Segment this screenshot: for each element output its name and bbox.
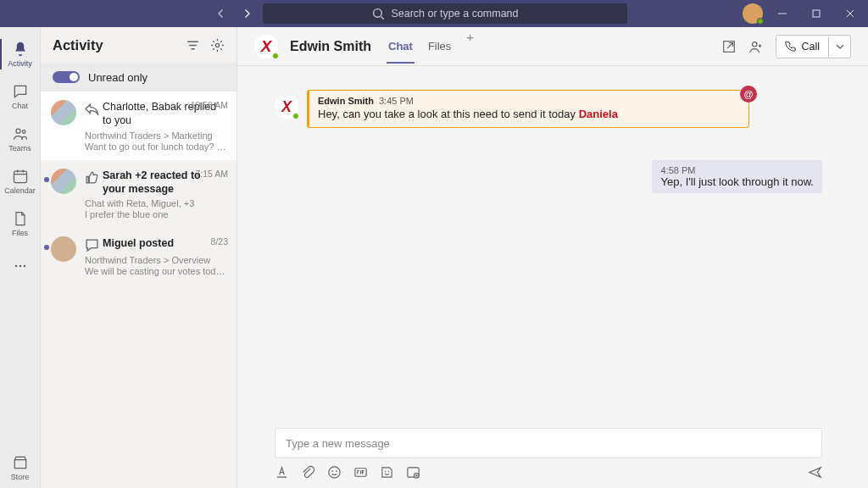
send-button[interactable] <box>808 465 822 480</box>
presence-dot <box>272 53 279 59</box>
filter-icon[interactable] <box>186 38 200 53</box>
svg-point-6 <box>19 265 21 268</box>
activity-panel: Activity Unread only Charlotte, Babak re… <box>41 27 237 488</box>
unread-toggle[interactable] <box>53 71 80 83</box>
compose-input[interactable]: Type a new message <box>275 428 822 458</box>
format-icon[interactable] <box>275 465 289 480</box>
gif-icon[interactable] <box>353 465 368 480</box>
call-label: Call <box>801 41 820 53</box>
chat-header: X Edwin Smith Chat Files + Call <box>237 27 868 66</box>
post-icon <box>85 238 99 252</box>
rail-more[interactable] <box>0 246 41 286</box>
current-user-avatar[interactable] <box>743 3 763 24</box>
panel-title: Activity <box>53 37 103 53</box>
app-rail: Activity Chat Teams Calendar Files Store <box>0 27 41 488</box>
popout-icon[interactable] <box>721 39 737 54</box>
svg-point-2 <box>16 129 20 133</box>
bell-icon <box>12 41 29 58</box>
rail-label: Chat <box>12 102 28 110</box>
message-time: 4:58 PM <box>660 165 814 175</box>
message-avatar: X <box>275 95 298 119</box>
rail-activity[interactable]: Activity <box>0 34 41 75</box>
tab-files[interactable]: Files <box>428 30 451 63</box>
contact-initial: X <box>261 37 272 56</box>
activity-item[interactable]: Charlotte, Babak replied to you Northwin… <box>41 92 236 160</box>
svg-rect-4 <box>14 171 26 182</box>
activity-item[interactable]: Sarah +2 reacted to your message Chat wi… <box>41 160 236 229</box>
outgoing-message[interactable]: 4:58 PM Yep, I'll just look through it n… <box>652 160 822 193</box>
svg-point-14 <box>336 470 337 472</box>
activity-time: 7:15 AM <box>195 169 228 179</box>
more-apps-icon[interactable] <box>406 465 420 480</box>
chat-main: X Edwin Smith Chat Files + Call <box>237 27 868 488</box>
activity-avatar <box>51 169 76 194</box>
message-list: X @ Edwin Smith3:45 PM Hey, can you take… <box>237 66 868 428</box>
svg-point-3 <box>22 130 25 134</box>
presence-dot <box>757 18 764 25</box>
unread-toggle-label: Unread only <box>88 71 147 84</box>
sticker-icon[interactable] <box>380 465 394 480</box>
message-text: Yep, I'll just look through it now. <box>660 175 814 188</box>
svg-point-12 <box>329 467 340 478</box>
presence-dot <box>292 113 299 119</box>
rail-label: Activity <box>8 59 32 68</box>
teams-icon <box>12 125 29 142</box>
nav-back-button[interactable] <box>212 4 231 23</box>
file-icon <box>12 210 29 227</box>
message-bubble: @ Edwin Smith3:45 PM Hey, can you take a… <box>307 90 749 128</box>
rail-chat[interactable]: Chat <box>0 76 41 117</box>
activity-sub: Northwind Traders > Overview <box>85 255 226 265</box>
rail-label: Calendar <box>4 186 36 195</box>
svg-rect-1 <box>813 10 820 17</box>
window-minimize-button[interactable] <box>768 0 797 27</box>
emoji-icon[interactable] <box>327 465 342 480</box>
composer: Type a new message <box>237 428 868 488</box>
svg-rect-8 <box>14 460 25 469</box>
mention[interactable]: Daniela <box>579 108 618 120</box>
chevron-down-icon <box>836 42 844 51</box>
rail-label: Files <box>12 229 28 237</box>
svg-point-7 <box>23 265 25 268</box>
title-bar: Search or type a command <box>0 0 868 27</box>
window-close-button[interactable] <box>836 0 865 27</box>
activity-item[interactable]: Miguel posted Northwind Traders > Overvi… <box>41 228 236 285</box>
call-dropdown[interactable] <box>829 35 851 58</box>
contact-avatar[interactable]: X <box>254 35 278 58</box>
window-maximize-button[interactable] <box>802 0 831 27</box>
activity-preview: We will be casting our votes today, ever… <box>85 266 226 276</box>
svg-point-0 <box>374 8 382 17</box>
incoming-message[interactable]: X @ Edwin Smith3:45 PM Hey, can you take… <box>275 90 749 128</box>
rail-calendar[interactable]: Calendar <box>0 161 41 202</box>
activity-preview: I prefer the blue one <box>85 209 226 219</box>
activity-time: 10:58 AM <box>191 100 228 110</box>
call-button[interactable]: Call <box>776 35 829 58</box>
add-people-icon[interactable] <box>748 39 764 54</box>
svg-point-16 <box>385 471 387 473</box>
svg-point-5 <box>14 265 17 268</box>
svg-point-9 <box>215 43 219 47</box>
unread-indicator <box>44 245 49 250</box>
nav-forward-button[interactable] <box>237 4 256 23</box>
tab-chat[interactable]: Chat <box>388 30 413 63</box>
rail-teams[interactable]: Teams <box>0 119 41 159</box>
rail-files[interactable]: Files <box>0 203 41 244</box>
activity-sub: Northwind Traders > Marketing <box>85 130 226 141</box>
activity-sub: Chat with Reta, Miguel, +3 <box>85 198 226 208</box>
add-tab-button[interactable]: + <box>466 30 474 63</box>
settings-icon[interactable] <box>210 38 225 53</box>
rail-store[interactable]: Store <box>0 447 41 488</box>
activity-title: Miguel posted <box>103 236 174 250</box>
search-input[interactable]: Search or type a command <box>263 3 627 24</box>
attach-icon[interactable] <box>301 465 315 480</box>
more-icon <box>12 258 29 274</box>
store-icon <box>12 454 29 471</box>
search-placeholder: Search or type a command <box>391 8 518 19</box>
search-icon <box>371 7 386 21</box>
like-icon <box>85 170 99 185</box>
message-author: Edwin Smith <box>318 96 374 106</box>
unread-filter-row: Unread only <box>41 63 236 92</box>
svg-point-11 <box>753 42 757 46</box>
activity-preview: Want to go out for lunch today? It's my… <box>85 141 226 152</box>
svg-point-17 <box>388 471 390 473</box>
reply-icon <box>85 102 99 116</box>
